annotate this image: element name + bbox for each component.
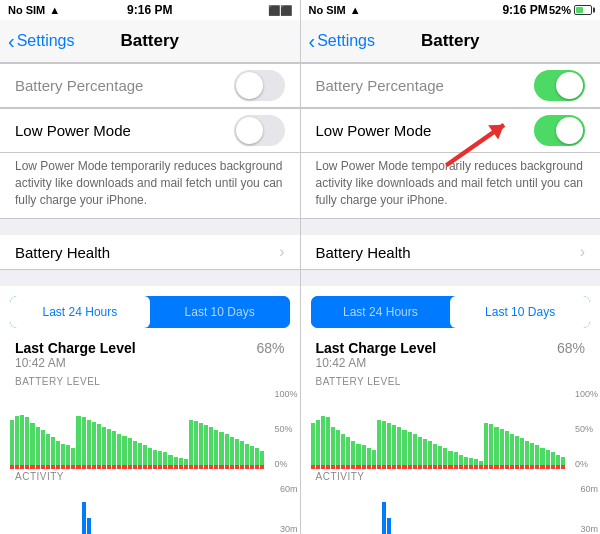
bar-wrapper xyxy=(535,399,539,469)
bar-wrapper xyxy=(260,399,264,469)
bar-wrapper xyxy=(551,399,555,469)
bar-green xyxy=(561,457,565,465)
bar-wrapper xyxy=(179,399,183,469)
bar-wrapper xyxy=(433,399,437,469)
battery-chart-left: 100% 50% 0% xyxy=(0,389,300,469)
low-power-row-right: Low Power Mode xyxy=(301,109,601,153)
bar-green xyxy=(351,441,355,466)
bar-wrapper xyxy=(10,399,14,469)
bar-green xyxy=(240,441,244,465)
tab-10d-right[interactable]: Last 10 Days xyxy=(450,296,590,328)
back-label-left: Settings xyxy=(17,32,75,50)
bar-red xyxy=(494,465,498,469)
bar-red xyxy=(209,465,213,469)
bar-wrapper xyxy=(464,399,468,469)
low-power-toggle-left[interactable] xyxy=(234,115,285,146)
bar-wrapper xyxy=(454,399,458,469)
bar-wrapper xyxy=(87,399,91,469)
bar-green xyxy=(245,444,249,465)
bar-red xyxy=(351,465,355,469)
bar-green xyxy=(505,431,509,465)
battery-percentage-toggle-left[interactable] xyxy=(234,70,285,101)
activity-label-right: ACTIVITY xyxy=(301,469,601,484)
settings-group-right: Battery Percentage Low Power Mode Low Po… xyxy=(301,64,601,219)
bar-wrapper xyxy=(387,399,391,469)
bar-wrapper xyxy=(56,399,60,469)
bar-green xyxy=(214,430,218,465)
bar-green xyxy=(484,423,488,465)
bar-red xyxy=(61,465,65,469)
bar-wrapper xyxy=(250,399,254,469)
bar-green xyxy=(61,444,65,465)
bar-green xyxy=(41,430,45,465)
bar-red xyxy=(423,465,427,469)
bar-wrapper xyxy=(189,399,193,469)
carrier-right: No SIM xyxy=(309,4,346,16)
bar-green xyxy=(459,455,463,466)
battery-percentage-toggle-right[interactable] xyxy=(534,70,585,101)
battery-health-row-left[interactable]: Battery Health › xyxy=(0,235,300,270)
bar-wrapper xyxy=(235,399,239,469)
bar-red xyxy=(443,465,447,469)
bar-wrapper xyxy=(143,399,147,469)
bar-green xyxy=(20,415,24,465)
bar-green xyxy=(530,443,534,465)
bar-wrapper xyxy=(356,399,360,469)
bar-green xyxy=(255,448,259,465)
bar-green xyxy=(326,417,330,465)
activity-bar xyxy=(82,502,86,534)
bar-green xyxy=(199,423,203,465)
tab-10d-left[interactable]: Last 10 Days xyxy=(150,296,290,328)
signal-dots-left: ⬛⬛ xyxy=(268,5,292,16)
bar-wrapper xyxy=(41,399,45,469)
bar-red xyxy=(163,465,167,469)
bar-wrapper xyxy=(71,399,75,469)
bar-wrapper xyxy=(168,399,172,469)
battery-health-row-right[interactable]: Battery Health › xyxy=(301,235,601,270)
bar-red xyxy=(413,465,417,469)
battery-level-label-right: BATTERY LEVEL xyxy=(301,374,601,389)
charge-title-left: Last Charge Level xyxy=(15,340,136,356)
bar-red xyxy=(168,465,172,469)
battery-health-label-right: Battery Health xyxy=(316,244,580,261)
bar-wrapper xyxy=(219,399,223,469)
back-button-left[interactable]: ‹ Settings xyxy=(8,32,74,51)
battery-chart-right: 100% 50% 0% xyxy=(301,389,601,469)
bar-red xyxy=(225,465,229,469)
bar-red xyxy=(36,465,40,469)
bar-green xyxy=(546,450,550,465)
bar-red xyxy=(174,465,178,469)
bar-red xyxy=(204,465,208,469)
bar-red xyxy=(448,465,452,469)
bar-red xyxy=(102,465,106,469)
time-right: 9:16 PM xyxy=(502,3,547,17)
bar-wrapper xyxy=(107,399,111,469)
nav-title-right: Battery xyxy=(421,31,480,51)
low-power-label-left: Low Power Mode xyxy=(15,122,234,139)
bar-green xyxy=(112,431,116,465)
bar-green xyxy=(92,422,96,465)
bar-wrapper xyxy=(331,399,335,469)
back-button-right[interactable]: ‹ Settings xyxy=(309,32,375,51)
bar-green xyxy=(153,450,157,465)
low-power-label-right: Low Power Mode xyxy=(316,122,535,139)
right-panel: Battery Percentage Low Power Mode Low Po… xyxy=(301,64,601,534)
activity-y-labels-left: 60m 30m xyxy=(280,484,298,534)
bar-red xyxy=(500,465,504,469)
bar-wrapper xyxy=(204,399,208,469)
bar-green xyxy=(500,429,504,465)
bar-red xyxy=(56,465,60,469)
bar-wrapper xyxy=(377,399,381,469)
bar-wrapper xyxy=(46,399,50,469)
bar-green xyxy=(510,434,514,466)
tab-24h-right[interactable]: Last 24 Hours xyxy=(311,296,451,328)
tab-24h-left[interactable]: Last 24 Hours xyxy=(10,296,150,328)
activity-bar xyxy=(387,518,391,534)
bar-wrapper xyxy=(505,399,509,469)
bar-green xyxy=(117,434,121,466)
bar-green xyxy=(336,430,340,465)
charge-title-right: Last Charge Level xyxy=(316,340,437,356)
activity-bar xyxy=(87,518,91,534)
bar-red xyxy=(402,465,406,469)
low-power-toggle-right[interactable] xyxy=(534,115,585,146)
